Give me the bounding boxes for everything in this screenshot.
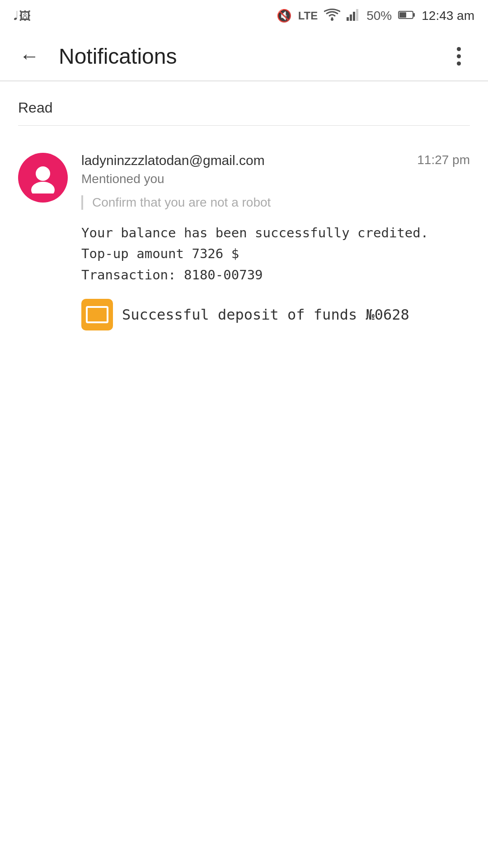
section-read-label: Read [18,99,470,116]
svg-rect-4 [356,9,358,21]
wifi-icon [324,8,340,24]
message-line-2: Top-up amount 7326 $ [81,243,470,264]
lte-icon: LTE [298,9,318,22]
svg-point-0 [331,18,333,21]
image-icon: 🖼 [19,9,31,23]
page-title: Notifications [59,44,443,69]
notification-header: ladyninzzzlatodan@gmail.com 11:27 pm [81,153,470,168]
more-options-button[interactable] [443,40,474,72]
avatar [18,153,68,203]
svg-rect-6 [399,12,406,18]
notification-item[interactable]: ladyninzzzlatodan@gmail.com 11:27 pm Men… [18,144,470,340]
deposit-badge[interactable]: Successful deposit of funds №0628 [81,299,470,330]
message-body: Your balance has been successfully credi… [81,222,470,285]
svg-rect-7 [413,13,415,17]
notifications-content: Read ladyninzzzlatodan@gmail.com 11:27 p… [0,81,488,358]
more-dots-icon [457,47,461,66]
notification-time: 11:27 pm [417,153,470,167]
card-icon [86,306,108,323]
deposit-label: Successful deposit of funds №0628 [122,306,409,323]
status-bar-right: 🔇 LTE 50% [277,8,474,24]
svg-point-9 [31,182,55,193]
quote-block: Confirm that you are not a robot [81,195,470,210]
mention-text: Mentioned you [81,172,470,186]
status-bar-left: 𝅘𝅥 🖼 [14,9,31,23]
svg-rect-2 [350,14,352,21]
battery-percentage: 50% [366,9,392,23]
status-bar: 𝅘𝅥 🖼 🔇 LTE 50% [0,0,488,32]
section-divider [18,125,470,126]
svg-rect-1 [347,17,349,21]
status-time: 12:43 am [422,9,474,23]
deposit-icon [81,299,113,330]
quote-text: Confirm that you are not a robot [92,195,271,209]
message-line-3: Transaction: 8180-00739 [81,264,470,285]
sender-email: ladyninzzzlatodan@gmail.com [81,153,265,168]
svg-point-8 [36,166,50,181]
app-bar: ← Notifications [0,32,488,81]
back-button[interactable]: ← [14,40,45,72]
person-icon [27,162,59,193]
message-line-1: Your balance has been successfully credi… [81,222,470,243]
notification-body: ladyninzzzlatodan@gmail.com 11:27 pm Men… [81,153,470,330]
battery-icon [398,9,415,23]
svg-rect-3 [353,12,355,21]
signal-icon [347,8,360,24]
mute-icon: 🔇 [277,9,292,23]
back-arrow-icon: ← [19,45,39,67]
